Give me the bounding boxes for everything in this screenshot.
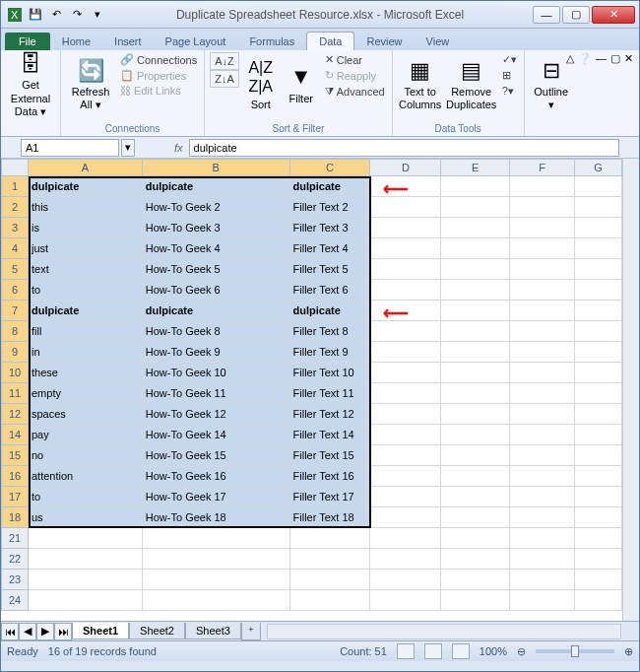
cell-C8[interactable]: Filler Text 8 xyxy=(290,321,371,342)
cell-F14[interactable] xyxy=(510,425,575,445)
excel-icon[interactable]: X xyxy=(5,5,25,25)
cell-A6[interactable]: to xyxy=(29,280,143,301)
cell-B21[interactable] xyxy=(143,528,290,549)
cell-B23[interactable] xyxy=(143,570,290,590)
cell-F6[interactable] xyxy=(510,280,575,301)
cell-B12[interactable]: How-To Geek 12 xyxy=(143,404,290,425)
cell-G18[interactable] xyxy=(575,507,622,528)
cell-G9[interactable] xyxy=(575,342,622,363)
cell-F17[interactable] xyxy=(510,487,575,507)
cell-F2[interactable] xyxy=(510,197,575,218)
cell-A17[interactable]: to xyxy=(29,487,143,507)
cell-C2[interactable]: Filler Text 2 xyxy=(290,197,371,218)
col-header-B[interactable]: B xyxy=(143,159,290,176)
cell-D4[interactable] xyxy=(370,238,441,259)
cell-C6[interactable]: Filler Text 6 xyxy=(290,280,371,301)
cell-E2[interactable] xyxy=(441,197,510,218)
row-header-15[interactable]: 15 xyxy=(1,445,29,466)
cell-A21[interactable] xyxy=(29,528,143,549)
row-header-2[interactable]: 2 xyxy=(1,197,29,218)
cell-B22[interactable] xyxy=(143,549,290,570)
row-header-17[interactable]: 17 xyxy=(1,487,29,507)
cell-D17[interactable] xyxy=(370,487,441,507)
cell-E14[interactable] xyxy=(441,425,510,445)
row-header-10[interactable]: 10 xyxy=(1,363,29,383)
tab-view[interactable]: View xyxy=(415,33,462,50)
cell-B2[interactable]: How-To Geek 2 xyxy=(143,197,290,218)
cell-B3[interactable]: How-To Geek 3 xyxy=(143,218,290,238)
advanced-filter-button[interactable]: ⧩Advanced xyxy=(323,84,387,99)
cell-C16[interactable]: Filler Text 16 xyxy=(290,466,371,487)
sheet-tab-sheet1[interactable]: Sheet1 xyxy=(72,623,129,639)
cell-G5[interactable] xyxy=(575,259,622,280)
cell-E7[interactable] xyxy=(441,301,510,321)
cell-E22[interactable] xyxy=(441,549,510,570)
cell-A18[interactable]: us xyxy=(29,507,143,528)
cell-G16[interactable] xyxy=(575,466,622,487)
undo-icon[interactable]: ↶ xyxy=(46,5,66,25)
name-box-dropdown[interactable]: ▾ xyxy=(121,139,135,157)
cell-B8[interactable]: How-To Geek 8 xyxy=(143,321,290,342)
cell-B15[interactable]: How-To Geek 15 xyxy=(143,445,290,466)
mdi-close-icon[interactable]: ✕ xyxy=(624,52,633,65)
row-header-23[interactable]: 23 xyxy=(1,570,29,590)
remove-duplicates-button[interactable]: ▤Remove Duplicates xyxy=(446,52,497,117)
cell-G4[interactable] xyxy=(575,238,622,259)
cell-A15[interactable]: no xyxy=(29,445,143,466)
cell-B11[interactable]: How-To Geek 11 xyxy=(143,383,290,404)
cell-C12[interactable]: Filler Text 12 xyxy=(290,404,371,425)
row-header-9[interactable]: 9 xyxy=(1,342,29,363)
cell-D24[interactable] xyxy=(370,590,441,611)
sheet-nav-last[interactable]: ⏭ xyxy=(54,623,72,640)
what-if-button[interactable]: ?▾ xyxy=(500,84,519,99)
cell-B7[interactable]: dulpicate xyxy=(143,301,290,321)
cell-C1[interactable]: dulpicate xyxy=(290,176,371,197)
fx-icon[interactable]: fx xyxy=(174,142,183,154)
cell-E9[interactable] xyxy=(441,342,510,363)
cell-G12[interactable] xyxy=(575,404,622,425)
minimize-button[interactable]: — xyxy=(533,6,560,24)
cell-B5[interactable]: How-To Geek 5 xyxy=(143,259,290,280)
row-header-1[interactable]: 1 xyxy=(1,176,29,197)
cell-G17[interactable] xyxy=(575,487,622,507)
cell-D12[interactable] xyxy=(370,404,441,425)
cell-B18[interactable]: How-To Geek 18 xyxy=(143,507,290,528)
horizontal-scrollbar[interactable] xyxy=(267,624,621,639)
tab-file[interactable]: File xyxy=(5,33,50,50)
page-layout-view-button[interactable] xyxy=(424,643,442,659)
cell-F10[interactable] xyxy=(510,363,575,383)
get-external-data-button[interactable]: 🗄Get External Data ▾ xyxy=(6,52,55,117)
data-validation-button[interactable]: ✓▾ xyxy=(500,52,519,67)
cell-D8[interactable] xyxy=(370,321,441,342)
cell-G15[interactable] xyxy=(575,445,622,466)
sheet-nav-first[interactable]: ⏮ xyxy=(1,623,19,640)
cell-G7[interactable] xyxy=(575,301,622,321)
cell-G11[interactable] xyxy=(575,383,622,404)
vertical-scrollbar[interactable] xyxy=(622,159,639,621)
cell-B14[interactable]: How-To Geek 14 xyxy=(143,425,290,445)
tab-formulas[interactable]: Formulas xyxy=(237,33,306,50)
cell-A5[interactable]: text xyxy=(29,259,143,280)
cell-C17[interactable]: Filler Text 17 xyxy=(290,487,371,507)
cell-G14[interactable] xyxy=(575,425,622,445)
cell-F22[interactable] xyxy=(510,549,575,570)
name-box[interactable]: A1 xyxy=(21,139,119,157)
tab-insert[interactable]: Insert xyxy=(102,33,154,50)
cell-F7[interactable] xyxy=(510,301,575,321)
help-icon[interactable]: ❔ xyxy=(578,52,592,65)
row-header-22[interactable]: 22 xyxy=(1,549,29,570)
cell-F1[interactable] xyxy=(510,176,575,197)
cell-B1[interactable]: dulpicate xyxy=(143,176,290,197)
cell-E3[interactable] xyxy=(441,218,510,238)
col-header-E[interactable]: E xyxy=(441,159,510,176)
cell-A2[interactable]: this xyxy=(29,197,143,218)
cell-A16[interactable]: attention xyxy=(29,466,143,487)
cell-B16[interactable]: How-To Geek 16 xyxy=(143,466,290,487)
cell-E8[interactable] xyxy=(441,321,510,342)
cell-A4[interactable]: just xyxy=(29,238,143,259)
cell-B17[interactable]: How-To Geek 17 xyxy=(143,487,290,507)
page-break-view-button[interactable] xyxy=(452,643,470,659)
cell-F23[interactable] xyxy=(510,570,575,590)
cell-C11[interactable]: Filler Text 11 xyxy=(290,383,371,404)
zoom-in-button[interactable]: ⊕ xyxy=(624,645,633,658)
